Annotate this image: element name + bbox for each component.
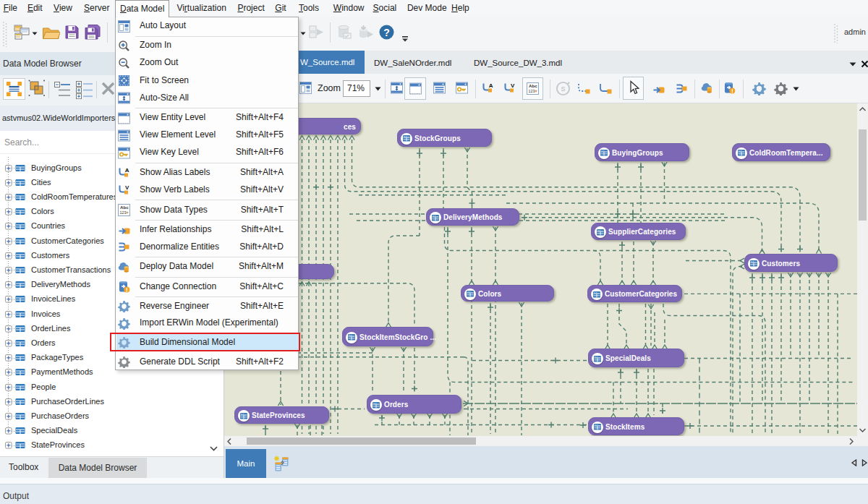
svg-text:V: V [125,184,129,191]
svg-text:#: # [127,210,129,215]
svg-text:A: A [489,82,493,89]
svg-text:123: 123 [529,89,535,93]
svg-text:Abc: Abc [120,205,129,210]
svg-text:#: # [535,89,537,93]
svg-text:123: 123 [120,210,127,215]
svg-text:Abc: Abc [529,83,537,88]
svg-text:A: A [125,167,129,174]
svg-text:V: V [511,82,515,89]
svg-text:S: S [561,85,565,93]
svg-text:?: ? [383,27,390,38]
